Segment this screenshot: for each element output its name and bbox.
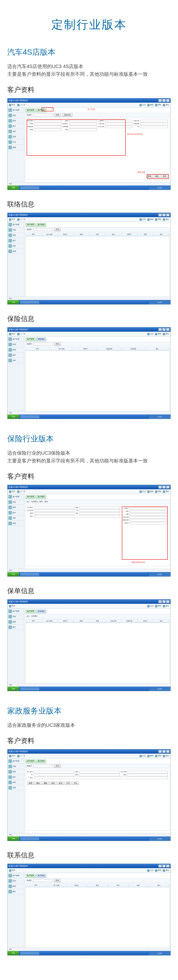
search-input[interactable] <box>33 765 52 767</box>
form-input[interactable] <box>79 506 120 509</box>
grid-header[interactable]: 手机 <box>108 884 128 887</box>
maximize-button[interactable] <box>162 213 166 216</box>
search-button[interactable]: 查询 <box>54 228 61 231</box>
grid-header[interactable]: 备注 <box>145 347 169 350</box>
sidebar-item[interactable]: 联系 <box>8 505 24 510</box>
maximize-button[interactable] <box>162 328 166 331</box>
minimize-button[interactable] <box>158 864 162 867</box>
toolbar-item[interactable]: 帮助 <box>155 605 161 607</box>
toolbar-item[interactable]: 修改 <box>147 218 154 221</box>
sidebar-item[interactable]: 回访 <box>8 764 24 769</box>
sidebar-item[interactable]: 日志 <box>8 140 24 145</box>
maximize-button[interactable] <box>162 864 166 867</box>
form-input[interactable] <box>140 120 168 122</box>
close-button[interactable] <box>166 213 170 216</box>
sidebar-item[interactable]: 客户管理 <box>8 759 24 764</box>
toolbar-item[interactable]: 帮助 <box>155 218 161 221</box>
maximize-button[interactable] <box>162 750 166 753</box>
sidebar-item[interactable]: 分析 <box>8 780 24 785</box>
system-tray[interactable]: 14:32 <box>149 837 170 841</box>
start-button[interactable]: 开始 <box>8 185 19 190</box>
grid-header[interactable]: 电话 <box>87 884 108 887</box>
system-tray[interactable]: 14:32 <box>149 185 170 190</box>
form-input[interactable] <box>34 774 74 776</box>
toolbar-item[interactable]: 上一页 <box>17 218 25 221</box>
taskbar-item[interactable] <box>20 186 40 189</box>
taskbar-item[interactable] <box>20 415 40 418</box>
close-button[interactable] <box>166 750 170 753</box>
start-button[interactable]: 开始 <box>8 687 19 691</box>
sidebar-item[interactable]: 分析 <box>8 243 24 249</box>
sidebar-item[interactable]: 联系 <box>8 769 24 775</box>
sidebar-item[interactable]: 统计 <box>8 124 24 129</box>
search-button[interactable]: 查询 <box>54 342 61 346</box>
toolbar-item[interactable]: 修改 <box>147 103 154 106</box>
grid-header[interactable]: 业务员 <box>137 619 153 623</box>
grid-header[interactable]: 车牌号 <box>121 233 137 236</box>
sidebar-item[interactable]: 客户管理 <box>8 873 24 878</box>
sidebar-item[interactable]: 短信 <box>8 249 24 254</box>
form-input[interactable] <box>34 506 75 509</box>
maximize-button[interactable] <box>162 600 166 603</box>
start-button[interactable]: 开始 <box>8 414 19 419</box>
grid-header[interactable]: 保单号 <box>58 619 74 623</box>
adv-search-button[interactable]: 高级查询 <box>62 113 72 117</box>
grid-header[interactable]: 序号 <box>25 884 46 887</box>
toolbar-item[interactable]: 主页 <box>147 605 154 607</box>
form-input[interactable] <box>34 512 75 515</box>
grid-header[interactable]: 电话 <box>74 233 90 236</box>
system-tray[interactable]: 14:32 <box>149 951 170 955</box>
start-button[interactable]: 开始 <box>8 300 19 304</box>
grid-header[interactable]: 备注 <box>153 619 169 623</box>
tab[interactable]: 客户管理 <box>25 874 36 878</box>
data-grid[interactable]: 序号 客户名称 保单号 险种 保费 生效日期 到期日期 业务员 备注 <box>25 619 170 684</box>
minimize-button[interactable] <box>158 600 162 603</box>
sidebar-item[interactable]: 回访 <box>8 500 24 505</box>
sidebar-item[interactable]: 联系 <box>8 233 24 238</box>
close-button[interactable] <box>166 486 170 488</box>
toolbar-item[interactable]: 首页 <box>9 869 15 872</box>
minimize-button[interactable] <box>158 99 162 102</box>
tab[interactable]: 客户管理 <box>25 609 36 614</box>
form-input[interactable] <box>34 509 75 512</box>
sidebar-item[interactable]: 客户管理 <box>8 609 24 614</box>
toolbar-item[interactable]: 修改 <box>147 755 154 757</box>
sidebar-item[interactable]: 联系 <box>8 347 24 353</box>
toolbar-item[interactable]: 上一页 <box>17 332 25 335</box>
sidebar-item[interactable]: 设置 <box>8 785 24 791</box>
taskbar-item[interactable] <box>20 573 40 576</box>
system-tray[interactable]: 14:32 <box>149 414 170 419</box>
grid-header[interactable]: 序号 <box>25 347 50 350</box>
form-input[interactable] <box>127 774 168 776</box>
toolbar-item[interactable]: 帮助 <box>155 490 161 493</box>
search-button[interactable]: 查询 <box>54 764 61 768</box>
sidebar-item[interactable]: 联系 <box>8 118 24 124</box>
grid-header[interactable]: 序号 <box>25 619 42 623</box>
toolbar-item[interactable]: 上一页 <box>17 755 25 757</box>
start-button[interactable]: 开始 <box>8 572 19 576</box>
taskbar-item[interactable] <box>20 687 40 690</box>
close-button[interactable] <box>166 864 170 867</box>
start-button[interactable]: 开始 <box>8 951 19 955</box>
tab[interactable]: 客户管理 <box>25 108 36 112</box>
sidebar-item[interactable]: 分析 <box>8 129 24 134</box>
grid-header[interactable]: 客户名称 <box>42 619 58 623</box>
toolbar-item[interactable]: 帮助 <box>155 755 161 757</box>
sidebar-item[interactable]: 客户管理 <box>8 108 24 113</box>
form-input[interactable] <box>34 515 120 518</box>
taskbar-item[interactable] <box>20 301 40 304</box>
form-input[interactable] <box>79 512 120 515</box>
toolbar-item[interactable]: 退出 <box>163 755 169 757</box>
sidebar-item[interactable]: 客户管理 <box>8 494 24 500</box>
sidebar-item[interactable]: 回访 <box>8 228 24 233</box>
sidebar-item[interactable]: 回访 <box>8 342 24 347</box>
sidebar-item[interactable]: 统计 <box>8 238 24 243</box>
toolbar-item[interactable]: 首页 <box>9 332 15 335</box>
data-grid[interactable]: 序号 客户名称 联系人 电话 手机 地址 车牌号 车型 备注 <box>25 233 170 297</box>
minimize-button[interactable] <box>158 486 162 488</box>
toolbar-item[interactable]: 主页 <box>147 869 154 872</box>
toolbar-item[interactable]: 帮助 <box>155 869 161 872</box>
minimize-button[interactable] <box>158 328 162 331</box>
taskbar-item[interactable] <box>20 837 40 840</box>
form-input[interactable] <box>79 771 120 773</box>
